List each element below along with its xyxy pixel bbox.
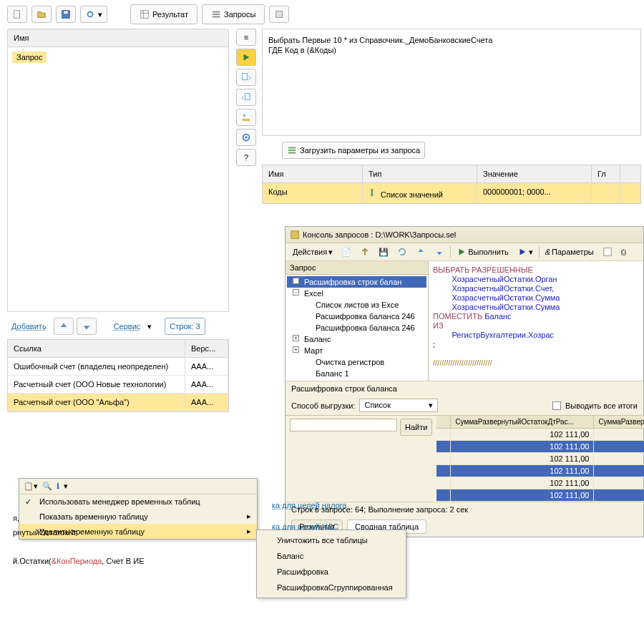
svg-point-3 <box>88 12 93 17</box>
ctx-use-temp-mgr[interactable]: ✓Использовать менеджер временных таблиц <box>19 494 257 509</box>
svg-rect-9 <box>213 16 220 18</box>
param-col-gl[interactable]: Гл <box>592 165 620 182</box>
svg-rect-4 <box>141 11 149 19</box>
tree-item[interactable]: Баланс 1 <box>287 368 426 379</box>
table-row[interactable]: Расчетный счет (ООО "Альфа")ААА... <box>8 394 228 411</box>
param-col-name[interactable]: Имя <box>263 165 363 182</box>
param-row[interactable]: Коды Список значений 000000001; 0000... <box>263 183 640 203</box>
collapse-icon[interactable]: - <box>293 289 299 296</box>
svg-rect-10 <box>276 11 283 18</box>
tb-up-icon[interactable] <box>357 245 373 258</box>
result-button[interactable]: Результат <box>130 4 197 24</box>
grid-row[interactable]: 102 111,00 <box>436 465 644 477</box>
tree-item[interactable]: Расшифровка баланса 246 <box>287 322 426 333</box>
svg-rect-18 <box>288 152 296 154</box>
execute-button[interactable]: Выполнить <box>454 245 511 258</box>
ctx-info-icon[interactable]: ℹ <box>57 482 59 491</box>
submenu-item[interactable]: Уничтожить все таблицы <box>257 532 406 548</box>
tax-link[interactable]: ка для целей налога <box>272 501 346 509</box>
copy-out-button[interactable] <box>236 89 256 106</box>
show-totals-label: Выводить все итоги <box>565 401 638 410</box>
menu-icon[interactable]: ≡ <box>236 29 256 46</box>
move-up-button[interactable] <box>54 318 74 335</box>
actions-menu[interactable]: Действия ▾ <box>290 246 336 258</box>
tree-item[interactable]: +Март <box>287 345 426 356</box>
search-input[interactable] <box>290 419 397 431</box>
grid-row[interactable]: 102 111,00 <box>436 489 644 502</box>
show-totals-checkbox[interactable] <box>552 401 561 410</box>
tb-grid-icon[interactable] <box>600 245 615 258</box>
expand-icon[interactable]: + <box>293 335 299 341</box>
move-down-button[interactable] <box>77 318 97 335</box>
tree-item-query[interactable]: Запрос <box>12 52 47 63</box>
table-row[interactable]: Ошибочный счет (владелец неопределен)ААА… <box>8 358 228 376</box>
add-link[interactable]: Добавить <box>7 319 51 333</box>
export-label: Способ выгрузки: <box>291 401 355 410</box>
svg-rect-16 <box>288 147 296 149</box>
left-tree-body: Запрос <box>7 47 229 312</box>
find-button[interactable]: Найти <box>400 419 432 436</box>
grid-col-1[interactable]: СуммаРазвернутыйОстатокДтРас... <box>451 416 594 428</box>
execute-next-button[interactable]: ▾ <box>514 245 536 258</box>
settings-button[interactable]: ▾ <box>80 6 107 23</box>
row-selector-header[interactable] <box>436 416 451 428</box>
params-button[interactable]: & Параметры <box>542 246 597 258</box>
grid-row[interactable]: 102 111,00 <box>436 429 644 441</box>
target-button[interactable] <box>236 129 256 146</box>
tree-item[interactable]: +Расшифровка строк балан <box>287 276 426 288</box>
svg-point-15 <box>245 136 248 139</box>
queries-label: Запросы <box>224 10 255 19</box>
console-window: Консоль запросов : D:\WORK\Запросы.sel Д… <box>285 226 644 537</box>
expand-icon[interactable]: + <box>293 346 299 353</box>
tree-item[interactable]: +Баланс <box>287 333 426 345</box>
console-current-query: Расшифровка строк баланса <box>286 381 643 396</box>
query-editor[interactable]: Выбрать Первые 10 * из Справочник._ДемоБ… <box>262 29 641 136</box>
load-params-button[interactable]: Загрузить параметры из запроса <box>282 142 425 159</box>
col-ref-header[interactable]: Ссылка <box>8 340 185 357</box>
tb-new-icon[interactable]: 📄 <box>338 246 354 258</box>
tree-item[interactable]: -Excel <box>287 288 426 299</box>
grid-row[interactable]: 102 111,00 <box>436 453 644 465</box>
tb-save-icon[interactable]: 💾 <box>376 246 391 258</box>
svg-rect-21 <box>603 248 611 256</box>
help-button[interactable]: ? <box>236 149 256 166</box>
export-combo[interactable]: Список▾ <box>359 399 438 412</box>
col-ver-header[interactable]: Верс... <box>185 340 228 357</box>
bg-code-snippet: я,рнутыйОстатокКт й.Остатки(&КонПериода,… <box>13 511 145 568</box>
open-button[interactable] <box>31 6 52 23</box>
expand-icon[interactable]: + <box>293 278 299 284</box>
tree-item[interactable]: Расшифровка баланса 246 <box>287 311 426 322</box>
copy-in-button[interactable] <box>236 69 256 86</box>
grid-row[interactable]: 102 111,00 <box>436 441 644 453</box>
submenu-item[interactable]: Баланс <box>257 548 406 564</box>
ctx-find-icon[interactable]: 🔍 <box>42 482 52 491</box>
svg-rect-0 <box>14 11 20 19</box>
console-code-view[interactable]: ВЫБРАТЬ РАЗРЕШЕННЫЕ ХозрасчетныйОстатки.… <box>429 261 643 381</box>
edit-button[interactable] <box>236 109 256 126</box>
queries-button[interactable]: Запросы <box>202 4 265 24</box>
tree-item[interactable]: Очистка регистров <box>287 356 426 368</box>
submenu-item[interactable]: РасшифровкаСгруппированная <box>257 580 406 595</box>
param-col-type[interactable]: Тип <box>363 165 477 182</box>
tb-more-icon[interactable]: ⎙ <box>618 246 629 258</box>
service-link[interactable]: Сервис <box>109 319 145 333</box>
tree-item[interactable]: Список листов из Exce <box>287 299 426 311</box>
tb-down-icon[interactable] <box>431 245 447 258</box>
new-doc-button[interactable] <box>7 6 27 23</box>
svg-rect-19 <box>371 189 374 197</box>
tb-up2-icon[interactable] <box>413 245 429 258</box>
run-button[interactable] <box>236 49 256 66</box>
window-icon <box>290 230 300 240</box>
grid-col-2[interactable]: СуммаРазвер <box>594 416 644 428</box>
svg-rect-17 <box>288 150 296 151</box>
extra-button[interactable] <box>269 6 289 23</box>
table-row[interactable]: Расчетный счет (ООО Новые технологии)ААА… <box>8 376 228 394</box>
submenu-arrow-icon: ▸ <box>247 512 251 521</box>
tb-refresh-icon[interactable] <box>394 245 410 258</box>
grid-row[interactable]: 102 111,00 <box>436 477 644 489</box>
param-col-value[interactable]: Значение <box>477 165 592 182</box>
save-button[interactable] <box>56 6 76 23</box>
submenu-item[interactable]: Расшифровка <box>257 564 406 580</box>
console-tree-header[interactable]: Запрос <box>286 261 428 275</box>
ctx-copy-icon[interactable]: 📋▾ <box>24 482 38 491</box>
